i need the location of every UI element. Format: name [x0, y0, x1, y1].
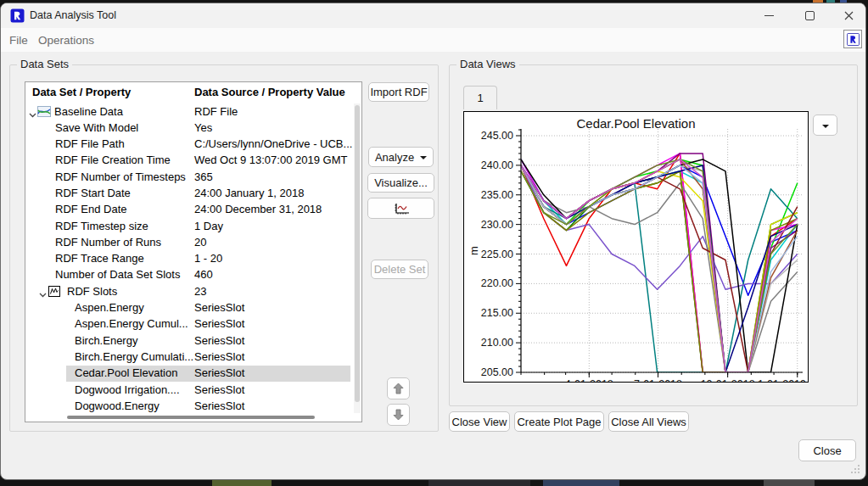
plot-button[interactable] — [367, 198, 434, 219]
row-value: 1 Day — [194, 220, 223, 232]
expander-chevron-icon[interactable] — [39, 288, 47, 300]
menu-file[interactable]: File — [4, 32, 33, 48]
row-value: SeriesSlot — [194, 317, 244, 330]
close-dialog-button[interactable]: Close — [798, 439, 856, 461]
close-view-button[interactable]: Close View — [449, 411, 510, 432]
move-up-button[interactable] — [387, 377, 410, 399]
table-row[interactable]: Birch.Energy Cumulati...SeriesSlot — [25, 349, 354, 365]
elevation-chart: 205.00210.00215.00220.00225.00230.00235.… — [464, 112, 808, 382]
table-row[interactable]: Birch.EnergySeriesSlot — [25, 332, 354, 349]
data-sets-group-label: Data Sets — [17, 58, 72, 70]
row-label: RDF Slots — [67, 285, 117, 298]
create-plot-page-label: Create Plot Page — [517, 416, 601, 428]
data-sets-tree[interactable]: Data Set / Property Data Source / Proper… — [25, 81, 362, 422]
table-row[interactable]: Aspen.Energy Cumul...SeriesSlot — [25, 316, 354, 332]
import-rdf-label: Import RDF — [370, 86, 427, 98]
minimize-icon — [764, 15, 774, 16]
svg-text:220.00: 220.00 — [481, 277, 513, 289]
row-value: 1 - 20 — [194, 252, 222, 265]
background-strip-bottom — [212, 480, 272, 486]
plot-view: Cedar.Pool Elevation 205.00210.00215.002… — [463, 111, 809, 383]
table-row[interactable]: Aspen.EnergySeriesSlot — [25, 300, 354, 316]
visualize-button[interactable]: Visualize... — [367, 173, 434, 193]
resize-grip[interactable] — [850, 464, 860, 474]
tree-vertical-scrollbar[interactable] — [354, 103, 361, 413]
row-value: C:/Users/lynn/OneDrive - UCB... — [194, 137, 352, 150]
expander-chevron-icon[interactable] — [29, 108, 36, 120]
table-row[interactable]: RDF Number of Runs20 — [25, 234, 354, 250]
scrollbar-thumb[interactable] — [355, 105, 360, 402]
row-label: Aspen.Energy Cumul... — [75, 317, 188, 330]
table-row[interactable]: Save With ModelYes — [25, 120, 354, 136]
svg-text:10-01-2018: 10-01-2018 — [701, 378, 755, 382]
svg-text:245.00: 245.00 — [481, 130, 513, 142]
series-slot-icon — [48, 286, 60, 299]
table-row[interactable]: Baseline DataRDF File — [25, 103, 354, 120]
maximize-button[interactable] — [792, 3, 827, 28]
table-row[interactable]: Cedar.Pool ElevationSeriesSlot — [25, 366, 354, 382]
plot-options-dropdown-button[interactable] — [813, 115, 837, 136]
data-views-group-label: Data Views — [456, 58, 519, 70]
column-header-property[interactable]: Data Set / Property — [32, 86, 131, 98]
view-tab-1[interactable]: 1 — [463, 86, 497, 109]
close-window-button[interactable] — [831, 3, 866, 28]
row-value: 23 — [194, 285, 206, 298]
minimize-button[interactable] — [751, 3, 787, 28]
column-header-value[interactable]: Data Source / Property Value — [194, 86, 345, 98]
riverware-icon — [847, 33, 860, 46]
dataset-chart-icon — [37, 106, 51, 120]
table-row[interactable]: Dogwood.EnergySeriesSlot — [25, 398, 354, 414]
svg-text:225.00: 225.00 — [481, 249, 513, 260]
create-plot-page-button[interactable]: Create Plot Page — [514, 411, 604, 432]
svg-text:1-01-2019: 1-01-2019 — [758, 378, 806, 382]
svg-text:m: m — [468, 246, 480, 255]
row-value: SeriesSlot — [194, 334, 244, 347]
menu-operations[interactable]: Operations — [33, 32, 99, 48]
svg-text:235.00: 235.00 — [481, 189, 513, 201]
table-row[interactable]: RDF File PathC:/Users/lynn/OneDrive - UC… — [25, 137, 354, 153]
dropdown-arrow-icon — [822, 125, 829, 128]
data-analysis-tool-window: Data Analysis Tool File Operations Data … — [0, 3, 866, 480]
row-label: RDF End Date — [55, 203, 127, 215]
scrollbar-thumb[interactable] — [67, 416, 315, 419]
table-row[interactable]: RDF End Date24:00 December 31, 2018 — [25, 202, 354, 218]
row-value: Yes — [194, 121, 212, 134]
row-label: Birch.Energy — [75, 334, 137, 347]
analyze-button[interactable]: Analyze — [368, 147, 434, 167]
table-row[interactable]: Dogwood Irrigation....SeriesSlot — [25, 382, 354, 398]
row-label: RDF Timestep size — [55, 220, 148, 232]
table-row[interactable]: RDF Timestep size1 Day — [25, 218, 354, 234]
row-value: 24:00 January 1, 2018 — [194, 187, 304, 199]
background-strip-bottom — [428, 480, 530, 486]
import-rdf-button[interactable]: Import RDF — [368, 82, 429, 102]
close-view-label: Close View — [452, 416, 507, 428]
row-value: SeriesSlot — [194, 350, 244, 363]
arrow-down-icon — [393, 409, 404, 421]
tree-horizontal-scrollbar[interactable] — [26, 414, 353, 421]
row-label: Number of Data Set Slots — [55, 268, 180, 281]
table-row[interactable]: Number of Data Set Slots460 — [25, 267, 354, 283]
svg-text:7-01-2018: 7-01-2018 — [634, 378, 682, 382]
menu-bar: File Operations — [1, 28, 865, 52]
row-label: Save With Model — [55, 121, 138, 134]
tree-header: Data Set / Property Data Source / Proper… — [25, 82, 361, 103]
row-value: RDF File — [194, 105, 238, 118]
move-down-button[interactable] — [387, 404, 410, 426]
row-label: Aspen.Energy — [75, 301, 144, 314]
delete-set-label: Delete Set — [374, 263, 426, 276]
table-row[interactable]: RDF Number of Timesteps365 — [25, 169, 354, 185]
background-strip-bottom — [543, 480, 619, 486]
row-label: Cedar.Pool Elevation — [75, 366, 177, 379]
table-row[interactable]: RDF File Creation TimeWed Oct 9 13:07:00… — [25, 153, 354, 169]
riverware-toolbar-button[interactable] — [843, 30, 862, 48]
svg-text:210.00: 210.00 — [481, 337, 513, 349]
row-label: RDF Number of Runs — [55, 236, 161, 249]
table-row[interactable]: RDF Start Date24:00 January 1, 2018 — [25, 185, 354, 201]
table-row[interactable]: RDF Trace Range1 - 20 — [25, 251, 354, 267]
row-value: SeriesSlot — [194, 366, 244, 379]
delete-set-button[interactable]: Delete Set — [371, 260, 428, 279]
table-row[interactable]: RDF Slots23 — [25, 283, 354, 299]
row-value: 20 — [194, 236, 206, 249]
close-all-views-button[interactable]: Close All Views — [608, 411, 689, 432]
app-logo-icon — [10, 8, 25, 23]
